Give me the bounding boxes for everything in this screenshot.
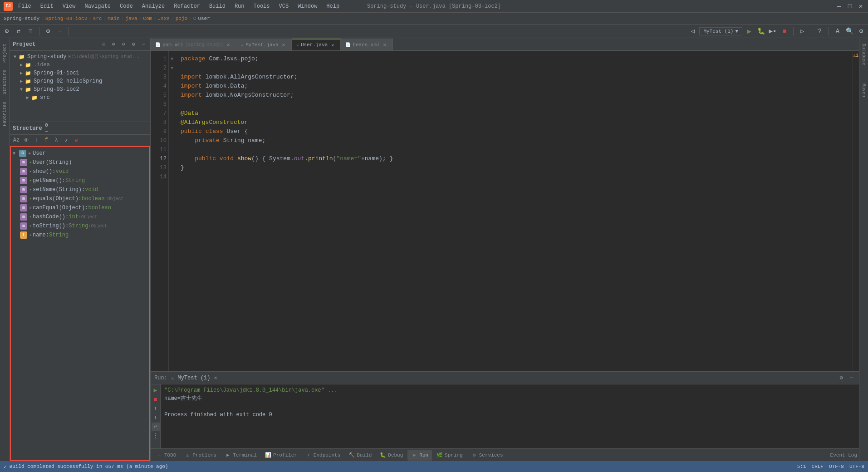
menu-window[interactable]: Window — [296, 2, 319, 10]
tab-close-icon[interactable]: ✕ — [382, 42, 388, 48]
project-panel-close-btn[interactable]: − — [139, 40, 147, 49]
bottom-tab-todo[interactable]: ≡ TODO — [152, 450, 180, 461]
tab-close-icon[interactable]: ✕ — [280, 42, 287, 48]
run-button[interactable]: ▶ — [744, 26, 754, 36]
toolbar-settings-btn[interactable]: ⚙ — [43, 26, 53, 36]
struct-collapse-btn[interactable]: ⊖ — [72, 136, 81, 145]
event-log-btn[interactable]: Event Log — [830, 452, 857, 458]
tree-item-idea[interactable]: ▶ 📁 .idea — [10, 61, 150, 69]
menu-vcs[interactable]: VCS — [277, 2, 291, 10]
project-tab-vertical[interactable]: Project — [1, 40, 8, 66]
toolbar-sync-btn[interactable]: ⇄ — [14, 26, 24, 36]
file-encoding[interactable]: UTF-8 — [829, 464, 844, 469]
menu-navigate[interactable]: Navigate — [83, 2, 113, 10]
run-panel-settings-btn[interactable]: ⚙ — [837, 374, 845, 382]
menu-tools[interactable]: Tools — [252, 2, 272, 10]
editor-scrollbar[interactable]: ⚠1 — [853, 51, 859, 371]
struct-item-constructor[interactable]: m ▪ User(String) — [11, 158, 149, 167]
struct-item-setname[interactable]: m ▪ setName(String): void — [11, 185, 149, 194]
toolbar-minus-btn[interactable]: − — [55, 26, 65, 36]
breadcrumb-item[interactable]: src — [93, 16, 102, 21]
menu-edit[interactable]: Edit — [39, 2, 55, 10]
tree-item-spring01[interactable]: ▶ 📁 Spring-01-ioc1 — [10, 69, 150, 77]
structure-panel-settings-btn[interactable]: ⚙ — [45, 122, 48, 128]
breadcrumb-item[interactable]: Spring-03-ioc2 — [45, 16, 87, 21]
bottom-tab-run[interactable]: ▶ Run — [407, 450, 432, 461]
structure-tab-vertical[interactable]: Structure — [1, 66, 8, 98]
run-stop-btn[interactable]: ■ — [152, 395, 160, 403]
tab-pom-xml[interactable]: 📄 pom.xml (Spring-study) ✕ — [151, 39, 236, 50]
structure-panel-close-btn[interactable]: − — [45, 128, 48, 135]
line-ending[interactable]: CRLF — [812, 464, 824, 469]
bottom-tab-services[interactable]: ⚙ Services — [467, 450, 507, 461]
toolbar-navigate-back[interactable]: ◁ — [687, 26, 697, 36]
struct-sort-visibility-btn[interactable]: 👁 — [22, 136, 31, 145]
database-tab[interactable]: Database — [860, 40, 867, 69]
tree-item-spring02[interactable]: ▶ 📁 Spring-02-helloSpring — [10, 77, 150, 85]
tab-close-icon[interactable]: ✕ — [225, 42, 231, 48]
breadcrumb-item[interactable]: Jsxs — [158, 16, 170, 21]
tab-beans-xml[interactable]: 📄 beans.xml ✕ — [341, 39, 392, 50]
tab-close-icon[interactable]: ✕ — [329, 42, 336, 48]
toolbar-settings2-btn[interactable]: ⚙ — [856, 26, 866, 36]
run-restart-btn[interactable]: ▶ — [152, 386, 160, 394]
menu-refactor[interactable]: Refactor — [172, 2, 202, 10]
bottom-tab-debug[interactable]: 🐛 Debug — [376, 450, 407, 461]
minimize-button[interactable]: — — [835, 3, 843, 10]
run-with-coverage-btn[interactable]: ▶▪ — [768, 26, 778, 36]
struct-item-class[interactable]: ▼ C ● User — [11, 149, 149, 158]
maximize-button[interactable]: □ — [846, 3, 853, 10]
struct-item-hashcode[interactable]: m ▪ hashCode(): int ↑Object — [11, 212, 149, 221]
tab-user-java[interactable]: ☕ User.java ✕ — [292, 39, 341, 50]
project-panel-settings-btn[interactable]: ⚙ — [129, 40, 137, 49]
run-panel-minimize-btn[interactable]: − — [847, 374, 855, 382]
run-scroll-btn[interactable]: ⬇ — [152, 413, 160, 422]
project-panel-expand-btn[interactable]: ⊕ — [109, 40, 118, 49]
struct-item-canequal[interactable]: m # canEqual(Object): boolean — [11, 203, 149, 212]
menu-file[interactable]: File — [16, 2, 33, 10]
tree-item-spring03[interactable]: ▼ 📁 Spring-03-ioc2 — [10, 85, 150, 93]
bottom-tab-spring[interactable]: 🌿 Spring — [433, 450, 466, 461]
toolbar-search-btn[interactable]: 🔍 — [844, 26, 854, 36]
bottom-tab-endpoints[interactable]: ⚡ Endpoints — [302, 450, 344, 461]
menu-run[interactable]: Run — [233, 2, 246, 10]
struct-anon-btn[interactable]: λ — [52, 136, 61, 145]
struct-item-tostring[interactable]: m ▪ toString(): String ↑Object — [11, 221, 149, 231]
bottom-tab-terminal[interactable]: ▶ Terminal — [221, 450, 260, 461]
debug-button[interactable]: 🐛 — [756, 26, 766, 36]
breadcrumb-item[interactable]: main — [108, 16, 119, 21]
project-panel-collapse-btn[interactable]: ⊖ — [119, 40, 128, 49]
menu-view[interactable]: View — [61, 2, 78, 10]
bottom-tab-problems[interactable]: ⚠ Problems — [181, 450, 220, 461]
struct-item-name-field[interactable]: f ▪ name: String — [11, 231, 149, 240]
project-panel-sort-btn[interactable]: ≡ — [99, 40, 108, 49]
struct-item-getname[interactable]: m ▪ getName(): String — [11, 176, 149, 185]
toolbar-navigate-forward[interactable]: ▷ — [797, 26, 807, 36]
breadcrumb-item[interactable]: Spring-study — [4, 16, 39, 21]
struct-inherited-btn[interactable]: ↑ — [32, 136, 41, 145]
breadcrumb-item[interactable]: pojo — [176, 16, 187, 21]
run-config-selector[interactable]: MyTest (1) ▼ — [699, 27, 742, 35]
run-more-btn[interactable]: ⋮ — [152, 432, 160, 440]
favorites-tab-vertical[interactable]: Favorites — [1, 98, 8, 130]
run-close-x[interactable]: ✕ — [214, 374, 217, 381]
close-button[interactable]: ✕ — [857, 3, 864, 10]
struct-fields-btn[interactable]: f — [42, 136, 51, 145]
menu-code[interactable]: Code — [118, 2, 135, 10]
tree-item-spring-study[interactable]: ▼ 📁 Spring-study E:\Ideal项目\Spring-stud.… — [10, 53, 150, 61]
struct-item-show[interactable]: m ▪ show(): void — [11, 167, 149, 176]
toolbar-translate-btn[interactable]: A — [833, 26, 843, 36]
toolbar-list-btn[interactable]: ≡ — [25, 26, 35, 36]
bottom-tab-build[interactable]: 🔨 Build — [345, 450, 375, 461]
toolbar-profile-btn[interactable]: ⚙ — [2, 26, 12, 36]
tree-item-src[interactable]: ▶ 📁 src — [10, 93, 150, 102]
struct-sort-alpha-btn[interactable]: Az — [12, 136, 21, 145]
menu-build[interactable]: Build — [207, 2, 227, 10]
breadcrumb-item[interactable]: Com — [143, 16, 152, 21]
maven-tab[interactable]: Maven — [860, 80, 867, 101]
stop-button[interactable]: ■ — [780, 26, 790, 36]
bottom-tab-profiler[interactable]: 📊 Profiler — [261, 450, 301, 461]
run-scroll-top-btn[interactable]: ⬆ — [152, 404, 160, 413]
menu-help[interactable]: Help — [324, 2, 341, 10]
struct-item-equals[interactable]: m ▪ equals(Object): boolean ↑Object — [11, 194, 149, 203]
